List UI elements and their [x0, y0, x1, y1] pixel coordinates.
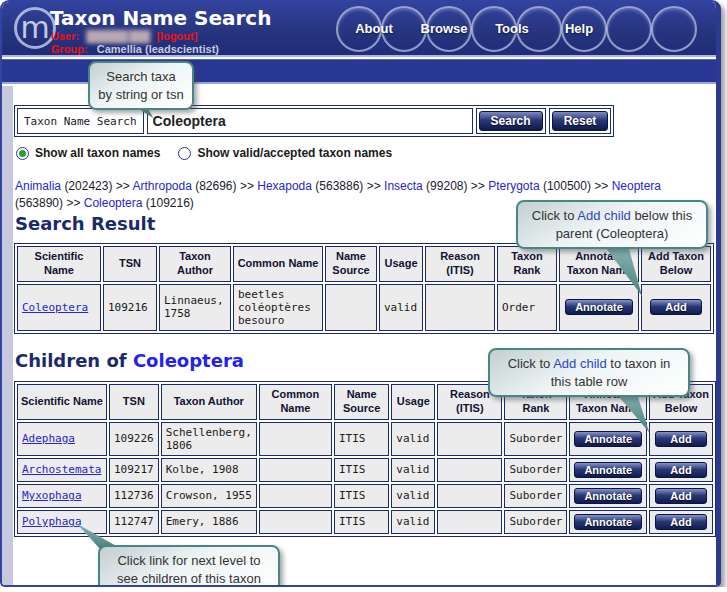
cell-common-name: [259, 458, 332, 482]
taxon-link-archostemata[interactable]: Archostemata: [22, 463, 101, 476]
breadcrumb-link-arthropoda[interactable]: Arthropoda: [132, 179, 191, 193]
cell-tsn: 112747: [109, 510, 159, 534]
cell-common-name: [259, 422, 332, 456]
cell-common-name: [259, 484, 332, 508]
taxon-link-adephaga[interactable]: Adephaga: [22, 432, 75, 445]
cell-usage: valid: [391, 458, 435, 482]
left-margin-strip: [2, 86, 13, 585]
cell-usage: valid: [391, 422, 435, 456]
cell-author: Schellenberg, 1806: [161, 422, 257, 456]
reset-button[interactable]: Reset: [552, 111, 609, 131]
callout-text: Click to: [508, 356, 554, 371]
cell-reason: [437, 422, 502, 456]
breadcrumb-count: (109216): [146, 196, 194, 210]
annotate-button[interactable]: Annotate: [574, 462, 642, 478]
children-heading-prefix: Children of: [15, 350, 127, 371]
cell-author: Emery, 1886: [161, 510, 257, 534]
cell-common-name: beetles coléoptères besouro: [233, 284, 323, 332]
callout-text-highlight: Add child: [553, 356, 606, 371]
cell-author: Crowson, 1955: [161, 484, 257, 508]
table-row: Archostemata 109217 Kolbe, 1908 ITIS val…: [17, 458, 713, 482]
nav-about[interactable]: About: [339, 21, 409, 36]
search-button[interactable]: Search: [479, 111, 543, 131]
cell-author: Kolbe, 1908: [161, 458, 257, 482]
callout-text: Search taxa by string or tsn: [98, 69, 183, 102]
add-button[interactable]: Add: [655, 431, 706, 447]
callout-search-tip: Search taxa by string or tsn: [88, 61, 194, 110]
col-common-name: Common Name: [259, 384, 332, 420]
col-scientific-name: Scientific Name: [17, 384, 107, 420]
col-tsn: TSN: [103, 246, 157, 282]
cell-reason: [437, 484, 502, 508]
header-bar: m Taxon Name Search User: ██████ ███ [lo…: [2, 2, 716, 57]
breadcrumb-separator: >>: [116, 179, 130, 193]
breadcrumb-count: (563890): [15, 196, 63, 210]
table-row: Polyphaga 112747 Emery, 1886 ITIS valid …: [17, 510, 713, 534]
breadcrumb-count: (202423): [64, 179, 112, 193]
callout-next-level: Click link for next level to see childre…: [98, 545, 280, 587]
annotate-button[interactable]: Annotate: [574, 431, 642, 447]
add-button[interactable]: Add: [650, 299, 701, 315]
col-common-name: Common Name: [233, 246, 323, 282]
nav-tools[interactable]: Tools: [477, 21, 547, 36]
cell-name-source: ITIS: [334, 510, 389, 534]
search-result-table: Scientific Name TSN Taxon Author Common …: [14, 243, 714, 334]
col-taxon-rank: Taxon Rank: [497, 246, 557, 282]
radio-show-valid[interactable]: [178, 147, 191, 160]
breadcrumb-link-insecta[interactable]: Insecta: [384, 179, 423, 193]
cell-rank: Suborder: [504, 484, 567, 508]
taxon-link-coleoptera[interactable]: Coleoptera: [22, 301, 88, 314]
cell-rank: Suborder: [504, 422, 567, 456]
app-window: m Taxon Name Search User: ██████ ███ [lo…: [0, 0, 721, 587]
ring-icon: [651, 6, 697, 52]
children-table: Scientific Name TSN Taxon Author Common …: [14, 381, 716, 537]
cell-author: Linnaeus, 1758: [159, 284, 231, 332]
breadcrumb-link-hexapoda[interactable]: Hexapoda: [257, 179, 312, 193]
table-row: Coleoptera 109216 Linnaeus, 1758 beetles…: [17, 284, 711, 332]
breadcrumb-link-neoptera[interactable]: Neoptera: [612, 179, 661, 193]
annotate-button[interactable]: Annotate: [565, 299, 633, 315]
nav-help[interactable]: Help: [544, 21, 614, 36]
cell-rank: Suborder: [504, 510, 567, 534]
callout-add-parent: Click to Add child below this parent (Co…: [516, 200, 708, 249]
col-scientific-name: Scientific Name: [17, 246, 101, 282]
name-filter-radios: Show all taxon names Show valid/accepted…: [16, 146, 404, 160]
breadcrumb-separator: >>: [66, 196, 80, 210]
search-result-heading: Search Result: [15, 213, 155, 234]
cell-usage: valid: [391, 484, 435, 508]
col-name-source: Name Source: [325, 246, 377, 282]
breadcrumb-link-pterygota[interactable]: Pterygota: [488, 179, 539, 193]
cell-reason: [437, 510, 502, 534]
cell-rank: Order: [497, 284, 557, 332]
breadcrumb-count: (99208): [426, 179, 467, 193]
taxon-link-myxophaga[interactable]: Myxophaga: [22, 489, 82, 502]
breadcrumb-separator: >>: [367, 179, 381, 193]
taxon-search-input[interactable]: [148, 111, 472, 131]
cell-usage: valid: [379, 284, 423, 332]
cell-name-source: ITIS: [334, 458, 389, 482]
cell-tsn: 109216: [103, 284, 157, 332]
cell-usage: valid: [391, 510, 435, 534]
search-field-label: Taxon Name Search: [17, 108, 144, 134]
breadcrumb-count: (563886): [315, 179, 363, 193]
breadcrumb-link-coleoptera[interactable]: Coleoptera: [84, 196, 143, 210]
cell-name-source: ITIS: [334, 484, 389, 508]
add-button[interactable]: Add: [655, 462, 706, 478]
radio-show-valid-label: Show valid/accepted taxon names: [197, 146, 392, 160]
children-heading-taxon-link[interactable]: Coleoptera: [133, 350, 244, 371]
taxon-link-polyphaga[interactable]: Polyphaga: [22, 515, 82, 528]
cell-name-source: [325, 284, 377, 332]
annotate-button[interactable]: Annotate: [574, 514, 642, 530]
breadcrumb-link-animalia[interactable]: Animalia: [15, 179, 61, 193]
cell-reason: [425, 284, 495, 332]
annotate-button[interactable]: Annotate: [574, 488, 642, 504]
cell-rank: Suborder: [504, 458, 567, 482]
radio-show-all-label: Show all taxon names: [35, 146, 160, 160]
add-button[interactable]: Add: [655, 488, 706, 504]
radio-show-all[interactable]: [16, 147, 29, 160]
callout-text: Click link for next level to see childre…: [117, 553, 261, 586]
nav-browse[interactable]: Browse: [409, 21, 479, 36]
callout-text-highlight: Add child: [577, 208, 630, 223]
cell-reason: [437, 458, 502, 482]
add-button[interactable]: Add: [655, 514, 706, 530]
